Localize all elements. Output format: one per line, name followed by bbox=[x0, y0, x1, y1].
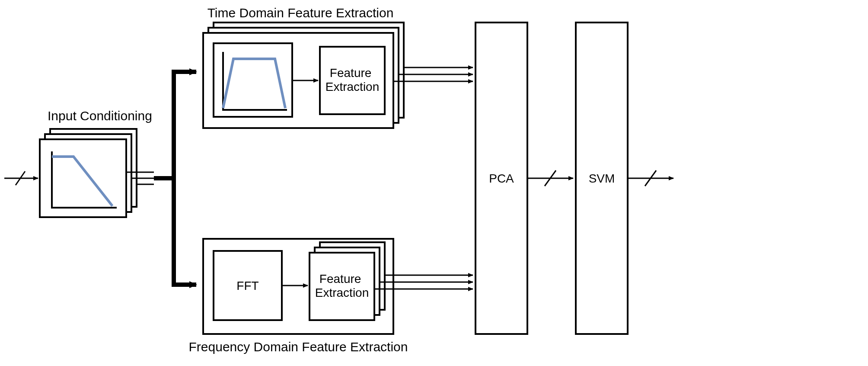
input-arrow bbox=[4, 171, 38, 185]
input-conditioning-stack bbox=[40, 129, 137, 217]
freq-domain-container: FFT Feature Extraction bbox=[203, 239, 393, 334]
time-domain-out-arrows bbox=[393, 67, 473, 81]
freq-domain-title: Frequency Domain Feature Extraction bbox=[189, 340, 408, 354]
svm-block: SVM bbox=[576, 22, 628, 334]
input-conditioning-title: Input Conditioning bbox=[48, 109, 152, 123]
time-feature-extraction-label: Feature Extraction bbox=[326, 66, 380, 93]
split-arrows bbox=[154, 72, 196, 285]
time-domain-stack: Feature Extraction bbox=[203, 22, 404, 128]
svm-out-arrow bbox=[628, 170, 673, 186]
time-domain-title: Time Domain Feature Extraction bbox=[207, 6, 394, 20]
freq-feature-extraction-label: Feature Extraction bbox=[315, 272, 369, 299]
pca-label: PCA bbox=[489, 172, 514, 185]
pca-to-svm-arrow bbox=[527, 170, 573, 186]
pca-block: PCA bbox=[475, 22, 527, 334]
svm-label: SVM bbox=[589, 172, 615, 185]
fft-label: FFT bbox=[236, 279, 258, 292]
